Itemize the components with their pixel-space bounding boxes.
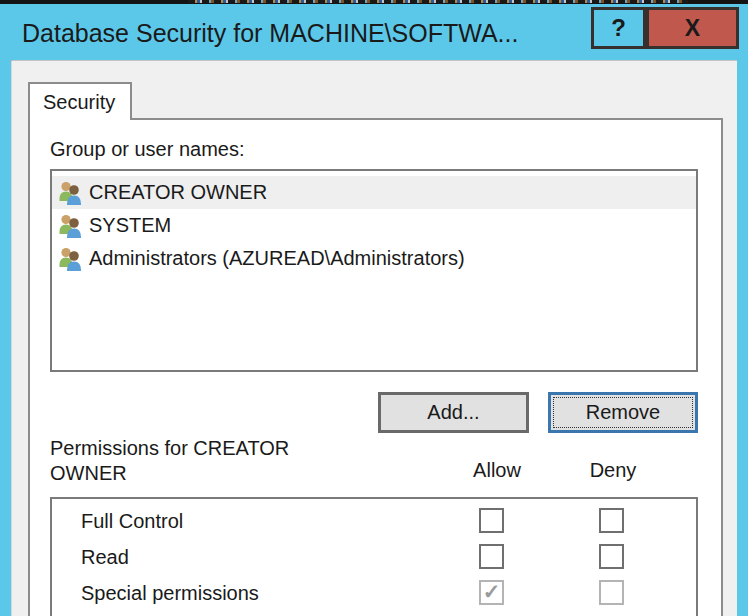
permissions-for-label: Permissions for CREATOR OWNER [50, 436, 362, 486]
allow-column-header: Allow [469, 459, 525, 482]
user-list-item[interactable]: SYSTEM [52, 209, 696, 242]
titlebar[interactable]: Database Security for MACHINE\SOFTWA... … [0, 4, 748, 60]
user-name: SYSTEM [89, 214, 171, 237]
user-name: Administrators (AZUREAD\Administrators) [89, 247, 465, 270]
deny-checkbox[interactable] [599, 544, 624, 569]
close-icon: X [685, 15, 700, 42]
user-list-item[interactable]: Administrators (AZUREAD\Administrators) [52, 242, 696, 275]
help-button[interactable]: ? [591, 7, 646, 49]
users-icon [57, 213, 84, 238]
group-user-names-label: Group or user names: [50, 138, 245, 161]
tab-security-label: Security [43, 91, 115, 114]
remove-button[interactable]: Remove [548, 392, 698, 433]
permission-name: Full Control [52, 510, 183, 533]
deny-column-header: Deny [584, 459, 642, 482]
group-user-list[interactable]: CREATOR OWNER SYSTEM Administrators (AZU… [50, 169, 698, 372]
add-button[interactable]: Add... [378, 392, 529, 433]
permission-row: Special permissions ✓ [52, 575, 696, 611]
allow-checkbox: ✓ [479, 580, 504, 605]
close-button[interactable]: X [646, 7, 739, 49]
add-button-label: Add... [427, 401, 479, 424]
deny-checkbox [599, 580, 624, 605]
window-title: Database Security for MACHINE\SOFTWA... [22, 19, 518, 48]
tab-security[interactable]: Security [28, 82, 132, 120]
users-icon [57, 180, 84, 205]
user-list-item[interactable]: CREATOR OWNER [52, 176, 696, 209]
permission-name: Read [52, 546, 129, 569]
remove-button-label: Remove [586, 401, 660, 424]
allow-checkbox[interactable] [479, 544, 504, 569]
permission-row: Read [52, 539, 696, 575]
background-window-text-sliver [188, 0, 688, 3]
permissions-list: Full Control Read Special permissions ✓ [50, 497, 698, 616]
users-icon [57, 246, 84, 271]
deny-checkbox[interactable] [599, 508, 624, 533]
dialog-window: Database Security for MACHINE\SOFTWA... … [0, 0, 748, 616]
allow-checkbox[interactable] [479, 508, 504, 533]
permission-row: Full Control [52, 503, 696, 539]
permission-name: Special permissions [52, 582, 259, 605]
help-icon: ? [611, 14, 626, 42]
user-name: CREATOR OWNER [89, 181, 267, 204]
